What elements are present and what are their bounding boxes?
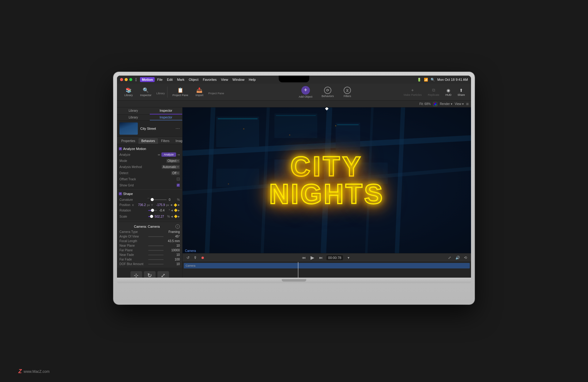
add-object-button[interactable]: + Add Object xyxy=(296,85,315,99)
library-section-label: Library xyxy=(156,92,165,95)
replicate-button[interactable]: ⧉ Replicate xyxy=(425,86,442,98)
shape-checkbox[interactable]: ✓ xyxy=(119,192,122,195)
project-item[interactable]: City Street ⋯ xyxy=(117,121,182,137)
rot-nav-fwd[interactable]: ▶ xyxy=(178,209,180,212)
curvature-slider[interactable] xyxy=(152,199,167,200)
scale-nav-back[interactable]: ◀ xyxy=(171,215,173,218)
menu-help[interactable]: Help xyxy=(247,77,258,82)
y-value[interactable]: -175.9 xyxy=(155,203,165,207)
play-button[interactable]: ▶ xyxy=(309,255,315,261)
record-button[interactable]: ⏺ xyxy=(200,255,206,261)
timeline-left-controls: ↺ 🎙 ⏺ xyxy=(185,255,206,261)
library-button[interactable]: 📚 Library xyxy=(121,86,137,98)
sub-tab-library[interactable]: Library xyxy=(117,115,150,120)
menu-favorites[interactable]: Favorites xyxy=(201,77,218,82)
loop-button[interactable]: ↺ xyxy=(185,255,191,261)
render-dropdown[interactable]: Render ▾ xyxy=(440,102,452,106)
offset-track-checkbox[interactable] xyxy=(177,178,180,181)
sub-tab-inspector[interactable]: Inspector xyxy=(150,115,183,120)
color-picker[interactable] xyxy=(433,102,437,106)
angle-slider[interactable] xyxy=(148,236,164,237)
mode-dropdown[interactable]: Object ▾ xyxy=(166,159,180,163)
project-more-button[interactable]: ⋯ xyxy=(175,126,180,131)
scale-thumb[interactable] xyxy=(150,215,153,218)
loop-region-button[interactable]: ⟲ xyxy=(462,255,469,261)
menu-motion[interactable]: Motion xyxy=(140,77,155,82)
inspector-tab-properties[interactable]: Properties xyxy=(118,138,138,144)
skip-back-button[interactable]: ⏮ xyxy=(301,255,307,261)
position-control: X 736.2 px Y -175.9 px ◀ ▶ xyxy=(132,203,180,207)
scale-keyframe[interactable] xyxy=(174,215,177,218)
detect-row: Detect Off ▾ xyxy=(117,170,182,176)
near-plane-slider[interactable] xyxy=(148,245,164,246)
pos-nav-back[interactable]: ◀ xyxy=(170,204,172,206)
info-button[interactable]: i xyxy=(175,224,180,229)
fit-label[interactable]: Fit: 68% xyxy=(419,102,431,106)
menu-view[interactable]: View xyxy=(219,77,230,82)
project-pane-button[interactable]: 📋 Project Pane xyxy=(169,86,192,98)
city-nights-text: CITY NIGHTS xyxy=(269,153,384,208)
inspector-button[interactable]: 🔍 Inspector xyxy=(137,86,155,98)
minimize-button[interactable] xyxy=(125,78,128,81)
shape-title: Shape xyxy=(123,192,133,196)
detect-dropdown[interactable]: Off ▾ xyxy=(171,171,180,175)
close-button[interactable] xyxy=(120,78,123,81)
menu-window[interactable]: Window xyxy=(231,77,246,82)
dropdown-control[interactable]: ▾ xyxy=(345,255,352,261)
behaviors-button[interactable]: ⟳ Behaviors xyxy=(318,85,337,99)
view-options-icon[interactable]: ⊞ xyxy=(466,102,469,106)
curvature-thumb[interactable] xyxy=(151,198,154,201)
scale-tool[interactable]: ⤢ Scale xyxy=(157,271,169,278)
apple-logo[interactable]:  xyxy=(135,77,137,82)
scale-nav-fwd[interactable]: ▶ xyxy=(178,215,180,218)
view-dropdown[interactable]: View ▾ xyxy=(455,102,464,106)
x-value[interactable]: 736.2 xyxy=(136,203,146,207)
menu-edit[interactable]: Edit xyxy=(165,77,175,82)
menu-search[interactable]: 🔍 xyxy=(431,78,435,82)
move-tool[interactable]: ⊹ Move xyxy=(130,271,142,278)
analyze-button[interactable]: Analyze xyxy=(161,152,176,157)
add-object-icon: + xyxy=(301,86,310,95)
pos-keyframe[interactable] xyxy=(174,203,177,207)
scale-slider[interactable] xyxy=(148,216,153,217)
playhead[interactable] xyxy=(298,262,298,278)
tab-library[interactable]: Library xyxy=(117,107,150,114)
fullscreen-button[interactable] xyxy=(129,78,132,81)
rotation-unit: ° xyxy=(169,209,170,212)
mic-button[interactable]: 🎙 xyxy=(192,255,198,261)
svg-rect-9 xyxy=(274,114,317,138)
share-button[interactable]: ⬆ Share xyxy=(455,87,467,98)
menu-mark[interactable]: Mark xyxy=(175,77,186,82)
mode-control[interactable]: Object ▾ xyxy=(147,159,180,163)
project-pane-label: Project Pane xyxy=(172,94,188,97)
far-fade-slider[interactable] xyxy=(148,259,164,260)
far-plane-slider[interactable] xyxy=(148,250,164,251)
audio-button[interactable]: 🔊 xyxy=(454,255,461,261)
camera-track: Camera xyxy=(184,263,470,268)
menu-file[interactable]: File xyxy=(155,77,164,82)
near-fade-row: Near Fade 10 xyxy=(117,253,182,257)
dof-blur-slider[interactable] xyxy=(148,264,164,264)
hud-button[interactable]: ◉ HUD xyxy=(443,87,454,98)
rotate-tool[interactable]: ↻ Rotate xyxy=(144,271,156,278)
rotation-slider[interactable] xyxy=(148,210,157,211)
inspector-tab-behaviors[interactable]: Behaviors xyxy=(138,138,158,144)
watermark-url: www.MacZ.com xyxy=(24,369,50,374)
show-grid-checkbox[interactable]: ✓ xyxy=(177,184,180,187)
check-icon: ✓ xyxy=(119,148,121,150)
menu-object[interactable]: Object xyxy=(187,77,200,82)
filters-button[interactable]: ⧖ Filters xyxy=(340,85,355,99)
rot-nav-back[interactable]: ◀ xyxy=(171,209,173,212)
pos-nav-fwd[interactable]: ▶ xyxy=(178,204,180,206)
inspector-tab-filters[interactable]: Filters xyxy=(158,138,172,144)
make-particles-button[interactable]: ✦ Make Particles xyxy=(401,87,424,98)
rotation-thumb[interactable] xyxy=(151,209,154,212)
near-fade-slider[interactable] xyxy=(148,255,164,255)
tab-inspector[interactable]: Inspector xyxy=(150,107,183,114)
analyze-motion-checkbox[interactable]: ✓ xyxy=(119,147,122,150)
analysis-method-dropdown[interactable]: Automatic ▾ xyxy=(162,165,180,169)
skip-forward-button[interactable]: ⏭ xyxy=(318,255,324,261)
import-button[interactable]: 📥 Import xyxy=(192,86,207,98)
rot-keyframe[interactable] xyxy=(174,208,177,212)
expand-button[interactable]: ⤢ xyxy=(447,255,453,261)
